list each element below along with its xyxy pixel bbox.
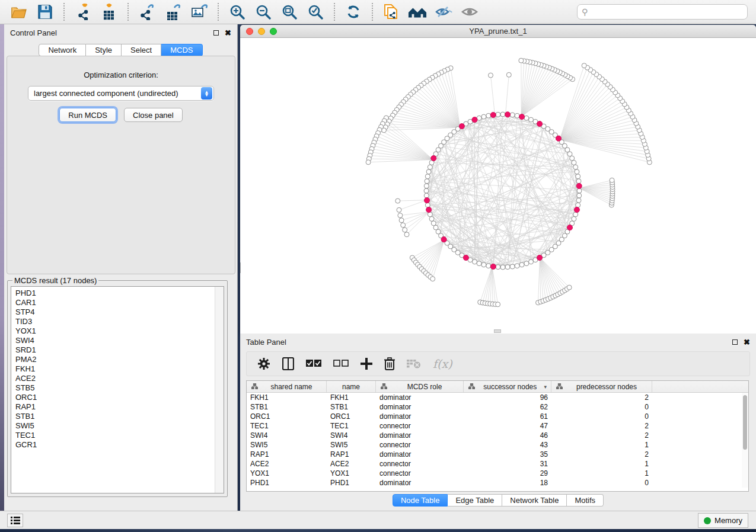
network-window-titlebar[interactable]: YPA_prune.txt_1 — [240, 25, 756, 38]
cell-name: ORC1 — [327, 412, 376, 421]
column-header-successor-nodes[interactable]: successor nodes▾ — [464, 381, 551, 392]
column-header-shared-name[interactable]: shared name — [247, 381, 327, 392]
mcds-list-scrollbar[interactable] — [215, 287, 224, 493]
table-row[interactable]: SWI5SWI5connector431 — [247, 440, 748, 450]
close-table-panel-icon[interactable]: ✖ — [744, 338, 750, 346]
table-scrollbar-thumb[interactable] — [743, 395, 747, 450]
toolbar-separator — [218, 3, 219, 21]
table-row[interactable]: SWI4SWI4dominator462 — [247, 431, 748, 440]
mcds-result-item[interactable]: STB1 — [15, 412, 224, 421]
zoom-out-icon[interactable] — [254, 2, 273, 21]
splitter-handle-vertical[interactable] — [240, 262, 241, 273]
mcds-result-item[interactable]: TEC1 — [15, 431, 224, 440]
cell-MCDS-role: connector — [376, 469, 464, 478]
toolbar-separator — [334, 3, 335, 21]
table-scrollbar[interactable] — [742, 393, 748, 488]
export-network-icon[interactable] — [138, 2, 157, 21]
minimize-window-icon[interactable] — [258, 28, 265, 35]
table-row[interactable]: PHD1PHD1dominator180 — [247, 478, 748, 488]
mcds-result-item[interactable]: TID3 — [15, 317, 224, 326]
refresh-layout-icon[interactable] — [344, 2, 363, 21]
cell-name: PHD1 — [327, 478, 376, 488]
float-panel-icon[interactable] — [213, 30, 219, 36]
attribute-icon — [251, 383, 258, 391]
table-row[interactable]: RAP1RAP1dominator352 — [247, 450, 748, 459]
search-input[interactable] — [591, 8, 743, 17]
mcds-result-item[interactable]: ORC1 — [15, 393, 224, 402]
function-builder-icon[interactable]: f(x) — [433, 356, 452, 371]
sort-chevron-icon: ▾ — [544, 384, 547, 390]
table-row[interactable]: YOX1YOX1connector291 — [247, 469, 748, 478]
gear-icon[interactable] — [257, 356, 270, 371]
table-row[interactable]: TEC1TEC1connector472 — [247, 421, 748, 431]
mcds-result-item[interactable]: FKH1 — [15, 364, 224, 374]
network-nodes[interactable] — [366, 58, 652, 307]
table-row[interactable]: STB1STB1dominator620 — [247, 402, 748, 412]
mcds-result-item[interactable]: STP4 — [15, 307, 224, 317]
maximize-window-icon[interactable] — [270, 28, 277, 35]
mcds-result-item[interactable]: ACE2 — [15, 374, 224, 383]
select-all-icon[interactable] — [306, 356, 321, 371]
table-body: FKH1FKH1dominator962STB1STB1dominator620… — [247, 393, 748, 488]
table-row[interactable]: FKH1FKH1dominator962 — [247, 393, 748, 402]
mcds-result-item[interactable]: YOX1 — [15, 326, 224, 336]
memory-button[interactable]: Memory — [698, 513, 748, 528]
mcds-result-list[interactable]: PHD1CAR1STP4TID3YOX1SWI4SRD1PMA2FKH1ACE2… — [11, 286, 224, 493]
mcds-result-item[interactable]: PMA2 — [15, 355, 224, 364]
import-network-icon[interactable] — [74, 2, 92, 21]
add-row-icon[interactable] — [361, 356, 372, 371]
tab-style[interactable]: Style — [86, 44, 122, 56]
tab-network-table[interactable]: Network Table — [502, 494, 567, 507]
table-row[interactable]: ACE2ACE2connector311 — [247, 459, 748, 469]
mcds-result-item[interactable]: STB5 — [15, 383, 224, 393]
close-panel-icon[interactable]: ✖ — [225, 29, 231, 37]
save-session-icon[interactable] — [36, 2, 55, 21]
column-header-name[interactable]: name — [327, 381, 376, 392]
show-all-icon[interactable] — [460, 2, 479, 21]
tab-network[interactable]: Network — [39, 44, 86, 56]
cell-predecessor-nodes: 2 — [551, 393, 652, 402]
status-bar: Memory — [0, 511, 756, 529]
tab-edge-table[interactable]: Edge Table — [448, 494, 502, 507]
criterion-dropdown[interactable]: largest connected component (undirected)… — [28, 86, 214, 101]
tab-node-table[interactable]: Node Table — [393, 494, 448, 507]
duplicate-network-icon[interactable] — [382, 2, 401, 21]
tab-select[interactable]: Select — [122, 44, 161, 56]
zoom-selected-icon[interactable] — [306, 2, 325, 21]
mcds-result-item[interactable]: SWI5 — [15, 421, 224, 431]
network-canvas[interactable] — [240, 38, 756, 334]
task-history-button[interactable] — [7, 514, 23, 527]
column-header-MCDS-role[interactable]: MCDS role — [376, 381, 464, 392]
cell-MCDS-role: dominator — [376, 412, 464, 421]
delete-row-icon[interactable] — [384, 356, 395, 371]
mcds-result-item[interactable]: SRD1 — [15, 345, 224, 355]
float-table-panel-icon[interactable] — [732, 339, 738, 345]
search-box[interactable]: ⚲ — [577, 4, 748, 20]
mcds-result-item[interactable]: PHD1 — [15, 289, 224, 298]
cell-MCDS-role: dominator — [376, 478, 464, 488]
export-image-icon[interactable] — [190, 2, 209, 21]
close-window-icon[interactable] — [246, 28, 253, 35]
import-table-icon[interactable] — [100, 2, 119, 21]
close-panel-button[interactable]: Close panel — [124, 108, 183, 122]
mcds-result-item[interactable]: GCR1 — [15, 440, 224, 450]
open-session-icon[interactable] — [9, 2, 28, 21]
run-mcds-button[interactable]: Run MCDS — [59, 108, 116, 122]
tab-motifs[interactable]: Motifs — [567, 494, 604, 507]
mcds-result-item[interactable]: SWI4 — [15, 336, 224, 345]
tab-mcds[interactable]: MCDS — [161, 44, 202, 56]
cell-successor-nodes: 18 — [464, 478, 551, 488]
delete-table-icon[interactable] — [407, 356, 421, 371]
column-header-predecessor-nodes[interactable]: predecessor nodes — [551, 381, 652, 392]
export-table-icon[interactable] — [164, 2, 183, 21]
splitter-handle-horizontal[interactable] — [494, 329, 501, 333]
zoom-in-icon[interactable] — [228, 2, 247, 21]
mcds-result-item[interactable]: CAR1 — [15, 298, 224, 307]
columns-icon[interactable] — [282, 356, 294, 371]
first-neighbors-icon[interactable] — [408, 2, 427, 21]
hide-selected-icon[interactable] — [434, 2, 453, 21]
mcds-result-item[interactable]: RAP1 — [15, 402, 224, 412]
table-row[interactable]: ORC1ORC1dominator610 — [247, 412, 748, 421]
zoom-fit-icon[interactable] — [280, 2, 299, 21]
deselect-all-icon[interactable] — [333, 356, 349, 371]
